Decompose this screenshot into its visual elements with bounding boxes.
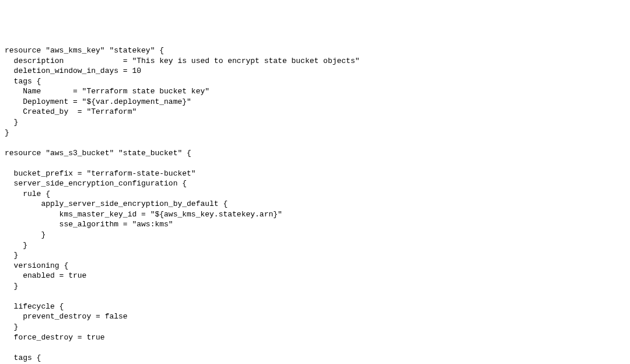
terraform-code-block: resource "aws_kms_key" "statekey" { desc… <box>5 46 625 364</box>
